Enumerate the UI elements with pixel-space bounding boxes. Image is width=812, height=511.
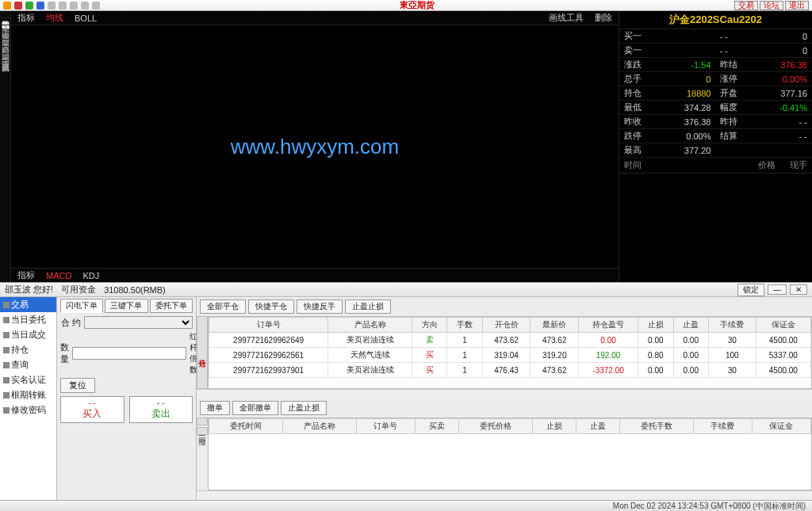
watermark: www.hwyxym.com [231, 135, 399, 159]
btn-cancel-all[interactable]: 全部撤单 [232, 401, 278, 415]
sidebar-item-hk[interactable]: 港期所 [0, 47, 10, 54]
verify-icon [3, 377, 10, 383]
positions-icon [3, 347, 10, 353]
tick-time-h: 时间 [624, 159, 728, 171]
ind2-label[interactable]: 指标 [17, 269, 35, 281]
delete-tool[interactable]: 删除 [595, 12, 612, 24]
scrollbar2[interactable] [197, 490, 812, 500]
sell-button[interactable]: - -卖出 [129, 396, 193, 423]
tool3-icon[interactable] [59, 2, 67, 10]
qty-label: 数 量 [60, 341, 69, 365]
ind-label[interactable]: 指标 [17, 12, 35, 24]
tool2-icon[interactable] [48, 2, 56, 10]
menu-transfer[interactable]: 根期转账 [0, 387, 56, 402]
tool6-icon[interactable] [92, 2, 100, 10]
scrollbar[interactable] [197, 389, 812, 399]
orders-all-tab[interactable]: 全部 [197, 418, 208, 425]
ind-boll[interactable]: BOLL [75, 13, 97, 23]
menu-verify[interactable]: 实名认证 [0, 372, 56, 387]
bid1-label: 买一 [619, 29, 653, 44]
chart-column: 指标 均线 BOLL 画线工具 删除 www.hwyxym.com 指标 MAC… [11, 11, 619, 282]
buy-button[interactable]: - -买入 [60, 396, 124, 423]
menu-query[interactable]: 查询 [0, 357, 56, 372]
btn-tpsl[interactable]: 止盈止损 [345, 299, 391, 314]
lower-topbar: 邵玉波 您好! 可用资金 31080.50(RMB) 锁定 — ✕ [0, 283, 812, 297]
tab-threekey[interactable]: 三键下单 [105, 299, 147, 313]
menu-password[interactable]: 修改密码 [0, 402, 56, 418]
back-icon[interactable] [3, 2, 11, 10]
sidebar-item-shfe[interactable]: 上期所 [0, 18, 10, 25]
sidebar-item-czce[interactable]: 郑商所 [0, 25, 10, 32]
ask1-price: - - [653, 44, 733, 58]
sidebar-item-dce[interactable]: 大商所 [0, 32, 10, 40]
tool5-icon[interactable] [81, 2, 89, 10]
lock-button[interactable]: 锁定 [737, 284, 764, 296]
minimize-button[interactable]: — [768, 284, 787, 295]
titlebar: 東亞期货 交易 论坛 退出 [0, 0, 812, 11]
lower-panel: 邵玉波 您好! 可用资金 31080.50(RMB) 锁定 — ✕ 交易 当日委… [0, 282, 812, 500]
tab-entrust[interactable]: 委托下单 [150, 299, 193, 313]
app-title: 東亞期货 [100, 0, 734, 11]
main-row: 我的自选 上期所 郑商所 大商所 股指 港期所 新闻资讯 指标 均线 BOLL … [0, 11, 812, 282]
funds-label: 可用资金 [61, 284, 96, 296]
ind2-kdj[interactable]: KDJ [82, 271, 99, 280]
home-icon[interactable] [14, 2, 22, 10]
indicator-bar-bottom: 指标 MACD KDJ [11, 268, 619, 282]
contract-select[interactable] [84, 316, 193, 329]
titlebar-icons [0, 2, 100, 10]
ind-ma[interactable]: 均线 [46, 12, 63, 24]
sidebar-item-index[interactable]: 股指 [0, 40, 10, 47]
tab-flash[interactable]: 闪电下单 [60, 299, 103, 313]
status-bar: Mon Dec 02 2024 13:24:53 GMT+0800 (中国标准时… [0, 500, 812, 511]
draw-tool[interactable]: 画线工具 [549, 12, 584, 24]
greeting: 邵玉波 您好! [5, 284, 53, 296]
trade-button[interactable]: 交易 [734, 1, 758, 10]
sidebar-item-fav[interactable]: 我的自选 [0, 11, 10, 18]
orders-cancelable-tab[interactable]: 可撤 [197, 427, 208, 435]
menu-today-deals[interactable]: 当日成交 [0, 327, 56, 342]
left-sidebar: 我的自选 上期所 郑商所 大商所 股指 港期所 新闻资讯 [0, 11, 11, 282]
qty-input[interactable] [72, 347, 186, 360]
tool4-icon[interactable] [70, 2, 78, 10]
tick-vol-h: 现手 [776, 159, 807, 171]
transfer-icon [3, 392, 10, 399]
trade-icon [3, 302, 10, 308]
orders-icon [3, 317, 10, 323]
btn-close-all[interactable]: 全部平仓 [200, 299, 246, 314]
tick-price-h: 价格 [728, 159, 776, 171]
sidebar-item-news[interactable]: 新闻资讯 [0, 54, 10, 61]
orders-grid[interactable]: 委托时间产品名称订单号买卖委托价格止损止盈委托手数手续费保证金 [208, 418, 812, 490]
positions-grid[interactable]: 订单号产品名称方向手数开仓价最新价持仓盈亏止损止盈手续费保证金299772162… [208, 316, 812, 389]
quote-panel: 沪金2202SCau2202 买一- -0 卖一- -0 涨跌-1.54昨结37… [619, 11, 812, 282]
btn-tpsl2[interactable]: 止盈止损 [281, 401, 327, 415]
bid1-price: - - [653, 29, 733, 44]
close-button[interactable]: ✕ [790, 284, 807, 295]
deals-icon [3, 332, 10, 338]
reset-button[interactable]: 复位 [60, 378, 95, 393]
bid1-vol: 0 [733, 29, 812, 44]
order-form: 闪电下单 三键下单 委托下单 合 约 数 量红杆倍数 复位 - -买入 - -卖… [57, 297, 197, 500]
titlebar-right: 交易 论坛 退出 [734, 1, 812, 10]
refresh-icon[interactable] [25, 2, 33, 10]
password-icon [3, 407, 10, 414]
menu-today-orders[interactable]: 当日委托 [0, 312, 56, 327]
ind2-macd[interactable]: MACD [46, 271, 71, 280]
btn-cancel[interactable]: 撤单 [200, 401, 230, 415]
menu-trade[interactable]: 交易 [0, 297, 56, 312]
positions-side-tab[interactable]: 持仓 [197, 316, 208, 389]
btn-quick-close[interactable]: 快捷平仓 [248, 299, 294, 314]
query-icon [3, 362, 10, 368]
tool1-icon[interactable] [36, 2, 44, 10]
forum-button[interactable]: 论坛 [760, 1, 783, 10]
tick-header: 时间 价格 现手 [619, 158, 812, 174]
quote-title: 沪金2202SCau2202 [619, 11, 812, 29]
menu-positions[interactable]: 持仓 [0, 342, 56, 357]
quote-stats-table: 涨跌-1.54昨结376.38总手0涨停0.00%持仓18880开盘377.16… [619, 58, 812, 158]
contract-label: 合 约 [60, 317, 81, 329]
chart-area[interactable]: www.hwyxym.com [11, 25, 619, 268]
exit-button[interactable]: 退出 [785, 1, 809, 10]
btn-quick-reverse[interactable]: 快捷反手 [297, 299, 343, 314]
bid-ask-table: 买一- -0 卖一- -0 [619, 29, 812, 58]
funds-value: 31080.50(RMB) [104, 285, 166, 295]
indicator-bar-top: 指标 均线 BOLL 画线工具 删除 [11, 11, 619, 25]
